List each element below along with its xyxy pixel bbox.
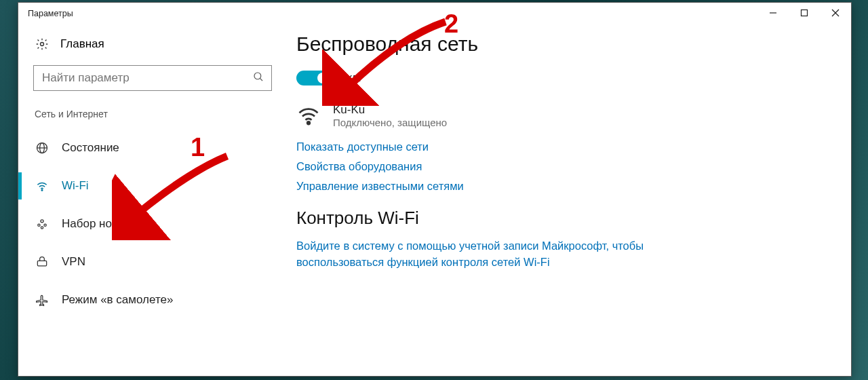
- wifi-icon: [296, 103, 321, 128]
- maximize-button[interactable]: [789, 3, 820, 23]
- sidebar-item-airplane[interactable]: Режим «в самолете»: [18, 281, 280, 319]
- svg-point-4: [41, 43, 44, 46]
- close-button[interactable]: [820, 3, 851, 23]
- sidebar-item-dialup[interactable]: Набор номера: [18, 205, 280, 243]
- wifi-icon: [35, 178, 50, 193]
- search-icon: [252, 71, 264, 86]
- dialup-icon: [35, 216, 50, 231]
- wifi-toggle-label: Вкл.: [340, 72, 361, 84]
- globe-icon: [35, 140, 50, 155]
- sidebar-item-vpn[interactable]: VPN: [18, 243, 280, 281]
- section-title-wifi-control: Контроль Wi-Fi: [296, 208, 831, 229]
- sidebar-item-label: Wi-Fi: [62, 179, 89, 193]
- sidebar-group-title: Сеть и Интернет: [35, 109, 280, 119]
- link-hardware-properties[interactable]: Свойства оборудования: [296, 160, 831, 173]
- titlebar: Параметры: [18, 3, 851, 24]
- sidebar: Главная Сеть и Интернет: [18, 24, 290, 376]
- sidebar-home[interactable]: Главная: [35, 37, 280, 52]
- sidebar-item-wifi[interactable]: Wi-Fi: [18, 167, 280, 205]
- sidebar-nav: Состояние Wi-Fi: [18, 129, 280, 319]
- svg-point-13: [44, 224, 46, 226]
- link-available-networks[interactable]: Показать доступные сети: [296, 140, 831, 153]
- network-name: Ku-Ku: [333, 103, 447, 117]
- sidebar-item-label: VPN: [62, 255, 85, 269]
- svg-point-16: [307, 121, 310, 124]
- svg-point-11: [41, 220, 43, 223]
- vpn-icon: [35, 254, 50, 269]
- sidebar-item-label: Набор номера: [62, 217, 139, 231]
- current-network[interactable]: Ku-Ku Подключено, защищено: [296, 103, 831, 128]
- wifi-toggle[interactable]: [296, 71, 330, 86]
- svg-rect-15: [37, 261, 46, 266]
- settings-window: Параметры Главная: [18, 2, 852, 377]
- annotation-number-2: 2: [444, 10, 458, 39]
- window-controls: [757, 3, 851, 23]
- svg-point-12: [38, 224, 40, 226]
- network-status: Подключено, защищено: [333, 117, 447, 128]
- gear-icon: [35, 37, 50, 52]
- annotation-number-1: 1: [191, 133, 205, 162]
- sidebar-home-label: Главная: [60, 37, 104, 51]
- window-title: Параметры: [28, 9, 73, 18]
- svg-point-5: [254, 73, 261, 79]
- page-title: Беспроводная сеть: [296, 33, 831, 56]
- wifi-control-description[interactable]: Войдите в систему с помощью учетной запи…: [296, 238, 717, 271]
- airplane-icon: [35, 292, 50, 307]
- svg-rect-1: [802, 10, 808, 16]
- svg-line-6: [260, 78, 262, 81]
- link-known-networks[interactable]: Управление известными сетями: [296, 180, 831, 193]
- search-input[interactable]: [41, 71, 252, 86]
- sidebar-item-label: Состояние: [62, 141, 119, 155]
- search-box[interactable]: [33, 65, 272, 91]
- svg-point-14: [41, 227, 43, 229]
- sidebar-item-status[interactable]: Состояние: [18, 129, 280, 167]
- main-content: Беспроводная сеть Вкл. Ku-Ku Подключено,…: [290, 24, 851, 376]
- svg-point-10: [41, 189, 43, 191]
- minimize-button[interactable]: [757, 3, 789, 23]
- sidebar-item-label: Режим «в самолете»: [62, 293, 173, 307]
